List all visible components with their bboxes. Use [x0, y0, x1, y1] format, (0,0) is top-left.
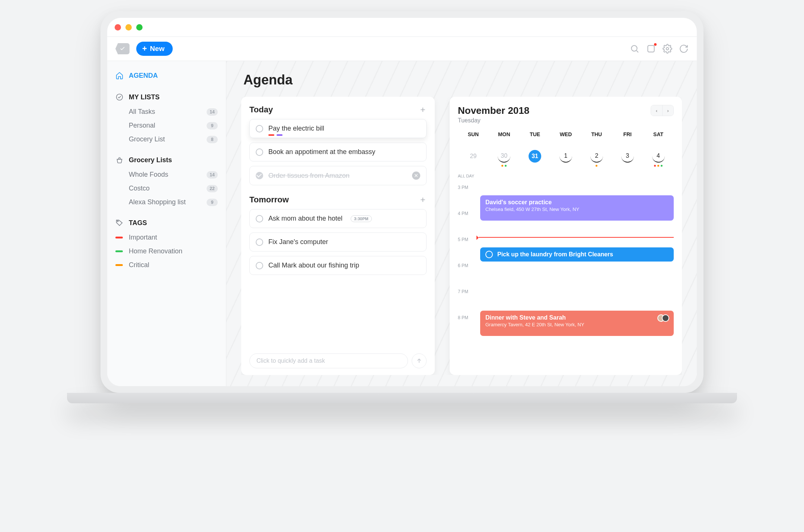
- sidebar: AGENDA MY LISTS All Tasks14 Personal9 Gr…: [107, 61, 226, 386]
- calendar-dow: FRI: [612, 131, 643, 137]
- task-text: Call Mark about our fishing trip: [268, 262, 359, 269]
- today-header: Today: [249, 105, 427, 115]
- hour-label: 7 PM: [458, 289, 468, 294]
- calendar-panel: November 2018 Tuesday ‹ › SUNMONTUEWEDTH…: [450, 97, 682, 375]
- count-badge: 14: [207, 108, 218, 116]
- calendar-timeline: 3 PM4 PM5 PM6 PM7 PM8 PM David's soccer …: [458, 185, 674, 368]
- calendar-day[interactable]: 4: [643, 150, 674, 167]
- device-frame: + New AGENDA MY LISTS All Tasks14 Per: [100, 11, 704, 393]
- count-badge: 9: [207, 122, 218, 129]
- task-text: Ask mom about the hotel: [268, 215, 342, 222]
- new-button[interactable]: + New: [136, 42, 173, 56]
- sidebar-item-grocerylist[interactable]: Grocery List8: [107, 132, 226, 146]
- calendar-event[interactable]: Dinner with Steve and SarahGramercy Tave…: [480, 311, 674, 336]
- calendar-event[interactable]: Pick up the laundry from Bright Cleaners: [480, 247, 674, 262]
- add-today-icon[interactable]: [419, 106, 427, 113]
- task-checkbox[interactable]: [256, 238, 263, 246]
- home-icon: [115, 71, 124, 80]
- task-checkbox[interactable]: [256, 148, 263, 156]
- app-logo-icon[interactable]: [115, 43, 130, 54]
- calendar-day[interactable]: 2: [581, 150, 612, 167]
- task-time-badge: 3:30PM: [351, 215, 372, 222]
- today-title: Today: [249, 105, 273, 115]
- gear-icon[interactable]: [663, 44, 672, 54]
- task-checkbox[interactable]: [256, 125, 263, 132]
- task-checkbox[interactable]: [256, 262, 263, 269]
- sidebar-item-agenda[interactable]: AGENDA: [107, 68, 226, 83]
- sidebar-mylists-label: MY LISTS: [129, 93, 160, 101]
- quick-add-input[interactable]: [249, 353, 408, 368]
- calendar-day[interactable]: 1: [551, 150, 581, 167]
- sidebar-tag-item[interactable]: Home Renovation: [107, 244, 226, 258]
- app-window: + New AGENDA MY LISTS All Tasks14 Per: [107, 18, 697, 386]
- check-circle-icon: [115, 93, 124, 101]
- event-title: Dinner with Steve and Sarah: [485, 314, 669, 321]
- sidebar-agenda-label: AGENDA: [129, 72, 158, 80]
- task-item[interactable]: Ask mom about the hotel3:30PM: [249, 209, 427, 228]
- calendar-day[interactable]: 29: [458, 150, 489, 167]
- tag-color-icon: [115, 250, 123, 252]
- quick-add-submit[interactable]: [412, 353, 427, 368]
- task-item[interactable]: Pay the electric bill: [249, 119, 427, 138]
- calendar-subtitle: Tuesday: [458, 117, 529, 124]
- svg-point-2: [666, 48, 669, 50]
- sidebar-section-tags[interactable]: TAGS: [107, 215, 226, 231]
- task-item[interactable]: Order tissues from Amazon✕: [249, 166, 427, 185]
- window-fullscreen-icon[interactable]: [136, 24, 143, 31]
- calendar-day[interactable]: 3: [612, 150, 643, 167]
- calendar-dow: MON: [489, 131, 520, 137]
- sidebar-section-grocerylists[interactable]: Grocery Lists: [107, 152, 226, 168]
- window-close-icon[interactable]: [115, 24, 121, 31]
- event-subtitle: Chelsea field, 450 W 27th St, New York, …: [485, 206, 669, 212]
- svg-rect-1: [648, 45, 654, 52]
- hour-label: 8 PM: [458, 315, 468, 320]
- search-icon[interactable]: [630, 44, 639, 54]
- sidebar-section-mylists[interactable]: MY LISTS: [107, 89, 226, 105]
- tomorrow-header: Tomorrow: [249, 195, 427, 205]
- task-checkbox[interactable]: [256, 215, 263, 222]
- basket-icon: [115, 156, 124, 164]
- sync-icon[interactable]: [679, 44, 689, 54]
- calendar-event[interactable]: David's soccer practiceChelsea field, 45…: [480, 195, 674, 221]
- tag-icon: [115, 219, 124, 227]
- task-item[interactable]: Fix Jane's computer: [249, 233, 427, 251]
- calendar-day[interactable]: 30: [489, 150, 520, 167]
- event-avatars: [660, 314, 669, 322]
- sidebar-item-wholefoods[interactable]: Whole Foods14: [107, 168, 226, 182]
- sidebar-tags-label: TAGS: [129, 219, 147, 227]
- sidebar-tag-item[interactable]: Critical: [107, 258, 226, 272]
- task-checkbox[interactable]: [256, 172, 263, 179]
- calendar-day[interactable]: 31: [520, 150, 551, 167]
- event-checkbox[interactable]: [485, 251, 493, 258]
- task-item[interactable]: Book an appotiment at the embassy: [249, 142, 427, 161]
- calendar-dow: THU: [581, 131, 612, 137]
- panels: Today Pay the electric billBook an appot…: [241, 97, 682, 375]
- hour-label: 6 PM: [458, 263, 468, 268]
- task-tags: [268, 134, 283, 136]
- sidebar-item-alltasks[interactable]: All Tasks14: [107, 105, 226, 119]
- allday-label: ALL DAY: [458, 174, 674, 178]
- tag-label: Critical: [129, 261, 149, 269]
- tasks-panel: Today Pay the electric billBook an appot…: [241, 97, 435, 375]
- task-close-icon[interactable]: ✕: [412, 172, 420, 180]
- inbox-icon[interactable]: [646, 44, 656, 54]
- window-minimize-icon[interactable]: [125, 24, 132, 31]
- count-badge: 8: [207, 136, 218, 143]
- add-tomorrow-icon[interactable]: [419, 196, 427, 203]
- hour-label: 4 PM: [458, 211, 468, 216]
- sidebar-item-personal[interactable]: Personal9: [107, 119, 226, 132]
- quick-add: [249, 353, 427, 368]
- app-body: AGENDA MY LISTS All Tasks14 Personal9 Gr…: [107, 61, 697, 386]
- sidebar-item-costco[interactable]: Costco22: [107, 182, 226, 195]
- calendar-next-button[interactable]: ›: [662, 105, 673, 116]
- hour-label: 3 PM: [458, 185, 468, 190]
- event-subtitle: Gramercy Tavern, 42 E 20th St, New York,…: [485, 322, 669, 327]
- sidebar-tag-item[interactable]: Important: [107, 231, 226, 244]
- calendar-prev-button[interactable]: ‹: [651, 105, 662, 116]
- sidebar-item-alexa[interactable]: Alexa Shopping list9: [107, 195, 226, 209]
- task-text: Order tissues from Amazon: [268, 172, 350, 180]
- task-item[interactable]: Call Mark about our fishing trip: [249, 256, 427, 275]
- mac-window-controls: [107, 18, 697, 36]
- calendar-dow: SUN: [458, 131, 489, 137]
- calendar-header: November 2018 Tuesday ‹ ›: [458, 105, 674, 124]
